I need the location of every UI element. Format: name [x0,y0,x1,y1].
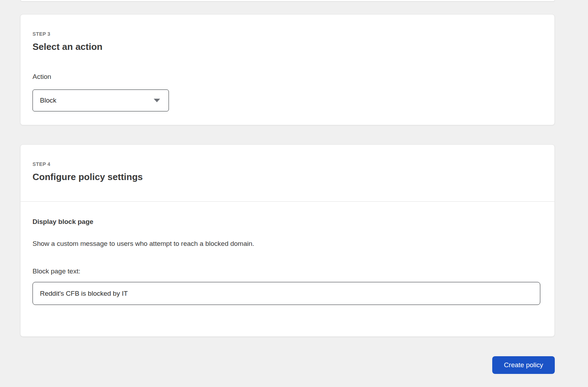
display-block-page-description: Show a custom message to users who attem… [33,239,540,248]
step4-card-body: Display block page Show a custom message… [20,202,554,336]
block-page-text-input[interactable] [33,282,540,305]
step3-select-action-card: STEP 3 Select an action Action Block [20,14,555,125]
step3-label: STEP 3 [33,31,540,37]
policy-setup-page: STEP 3 Select an action Action Block STE… [0,0,588,387]
display-block-page-title: Display block page [33,217,540,226]
page-content: STEP 3 Select an action Action Block STE… [20,14,555,374]
previous-card-bottom-edge [20,0,555,1]
step4-label: STEP 4 [33,161,540,167]
step4-card-header: STEP 4 Configure policy settings [20,145,554,202]
footer-actions: Create policy [20,356,555,374]
action-select[interactable]: Block [33,89,169,111]
chevron-down-icon [154,99,160,102]
step4-configure-policy-card: STEP 4 Configure policy settings Display… [20,144,555,337]
step4-title: Configure policy settings [33,171,540,183]
step3-title: Select an action [33,41,540,52]
create-policy-button[interactable]: Create policy [492,356,555,374]
action-select-value: Block [40,97,56,104]
action-field-label: Action [33,73,540,81]
block-page-text-label: Block page text: [33,267,540,276]
